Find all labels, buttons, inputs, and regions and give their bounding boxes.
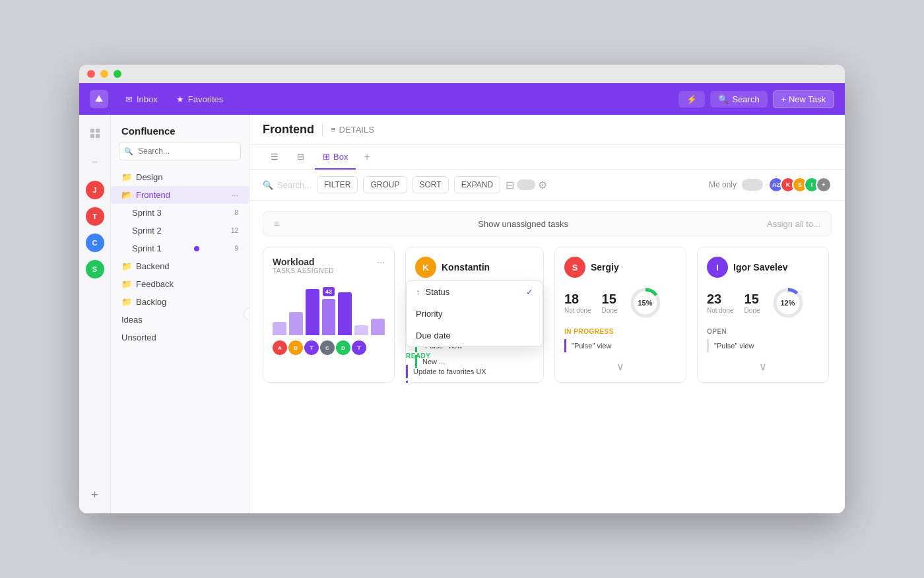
workload-avatar-1[interactable]: A <box>273 340 287 355</box>
sidebar-item-sprint1-label: Sprint 1 <box>132 243 162 253</box>
sort-status-label: Status <box>426 287 450 297</box>
sidebar-item-sprint3-label: Sprint 3 <box>132 208 162 218</box>
task-update-favorites[interactable]: Update to favorites UX <box>406 365 543 378</box>
sidebar-search-input[interactable] <box>119 142 241 160</box>
workload-avatar-5[interactable]: D <box>336 340 350 355</box>
minimize-button[interactable] <box>100 70 108 78</box>
bar-col-4: 43 <box>322 299 336 335</box>
konstantin-name: Konstantin <box>442 262 490 273</box>
sidebar-item-frontend[interactable]: 📂 Frontend ··· <box>111 186 249 204</box>
sidebar-item-feedback-label: Feedback <box>136 279 174 289</box>
sidebar-item-sprint2-label: Sprint 2 <box>132 226 162 236</box>
workload-avatar-4[interactable]: C <box>320 340 335 355</box>
toolbar-search: 🔍 Search... <box>263 180 312 190</box>
sort-option-priority[interactable]: Priority <box>407 303 543 325</box>
collapse-icon-item[interactable]: − <box>84 152 106 173</box>
sort-button[interactable]: SORT <box>412 176 449 193</box>
search-icon: 🔍 <box>718 94 729 104</box>
view-tabs: ☰ ⊟ ⊞ Box + <box>249 145 845 170</box>
sort-priority-label: Priority <box>416 309 442 319</box>
sidebar-item-backlog[interactable]: 📁 Backlog <box>111 293 249 311</box>
sidebar-title: Confluence <box>111 115 249 142</box>
sidebar-item-sprint3[interactable]: Sprint 3 8 <box>111 204 249 222</box>
person-card-konstantin: K Konstantin 23 Not done 6 Done <box>405 247 544 383</box>
filter-button[interactable]: FILTER <box>317 176 358 193</box>
sidebar-item-backlog-label: Backlog <box>136 297 166 307</box>
sidebar-item-unsorted[interactable]: Unsorted <box>111 329 249 346</box>
maximize-button[interactable] <box>114 70 121 78</box>
sort-option-status[interactable]: ↑ Status ✓ <box>407 281 543 303</box>
main-layout: − J T C S + Confluence 🔍 📁 Design 📂 Fron… <box>79 115 845 513</box>
svg-point-0 <box>97 98 101 102</box>
sidebar-item-sprint1[interactable]: Sprint 1 9 <box>111 240 249 257</box>
me-only-toggle[interactable] <box>742 179 763 191</box>
plus-icon-item[interactable]: + <box>84 484 106 505</box>
view-toggle[interactable] <box>517 179 535 190</box>
inbox-nav-item[interactable]: ✉ Inbox <box>119 91 164 108</box>
sidebar-item-feedback[interactable]: 📁 Feedback <box>111 275 249 293</box>
sidebar-item-backend[interactable]: 📁 Backend <box>111 257 249 275</box>
user-avatar-c[interactable]: C <box>86 234 104 252</box>
group-button[interactable]: GROUP <box>363 176 407 193</box>
assignee-avatar-more[interactable]: + <box>816 177 832 193</box>
search-button[interactable]: 🔍 Search <box>710 91 767 108</box>
person-card-sergiy: S Sergiy 18 Not done 15 Done <box>554 247 686 383</box>
igor-done: 15 Done <box>744 292 760 314</box>
workload-avatar-6[interactable]: T <box>352 340 366 355</box>
close-button[interactable] <box>87 70 95 78</box>
tab-board[interactable]: ⊟ <box>289 145 312 170</box>
igor-task-1[interactable]: "Pulse" view <box>707 339 819 352</box>
sidebar-item-frontend-label: Frontend <box>136 190 170 200</box>
tab-list[interactable]: ☰ <box>263 145 286 170</box>
user-avatar-s[interactable]: S <box>86 260 104 278</box>
top-navigation: ✉ Inbox ★ Favorites ⚡ 🔍 Search + New Tas… <box>79 83 845 115</box>
bar-7 <box>371 319 385 335</box>
sort-status-check: ✓ <box>526 287 533 297</box>
sidebar-item-design[interactable]: 📁 Design <box>111 168 249 186</box>
toolbar: 🔍 Search... FILTER GROUP SORT EXPAND ⊟ ⚙… <box>249 170 845 201</box>
sidebar-item-sprint2[interactable]: Sprint 2 12 <box>111 222 249 240</box>
sort-up-icon: ↑ <box>416 287 420 297</box>
bar-6 <box>354 325 368 335</box>
app-window: ✉ Inbox ★ Favorites ⚡ 🔍 Search + New Tas… <box>79 65 845 513</box>
expand-button[interactable]: EXPAND <box>454 176 500 193</box>
tab-box[interactable]: ⊞ Box <box>315 145 356 170</box>
add-view-button[interactable]: + <box>358 146 375 168</box>
bar-col-2 <box>289 312 303 335</box>
details-button[interactable]: ≡ DETAILS <box>331 125 374 135</box>
sort-dropdown: ↑ Status ✓ Priority Due date <box>406 280 543 347</box>
workload-avatar-2[interactable]: B <box>288 340 303 355</box>
favorites-nav-item[interactable]: ★ Favorites <box>170 91 230 108</box>
igor-stats: 23 Not done 15 Done <box>707 286 819 320</box>
svg-rect-1 <box>90 129 94 133</box>
sergiy-expand[interactable]: ∨ <box>564 355 676 373</box>
workload-more-button[interactable]: ··· <box>377 257 385 267</box>
sergiy-task-1[interactable]: "Pulse" view <box>564 339 676 352</box>
person-card-igor: I Igor Savelev 23 Not done 15 Done <box>697 247 829 383</box>
sergiy-stats: 18 Not done 15 Done <box>564 286 676 320</box>
more-options-button[interactable]: ··· <box>232 191 238 200</box>
assign-all-button[interactable]: Assign all to... <box>767 219 820 229</box>
task-global-order[interactable]: Feature: Global order <box>406 381 543 383</box>
bar-3 <box>306 289 319 335</box>
user-avatar-t[interactable]: T <box>86 207 104 226</box>
grid-icon-item[interactable] <box>84 123 106 144</box>
new-task-button[interactable]: + New Task <box>773 90 834 108</box>
toolbar-right: Me only AZ K S I + <box>709 177 832 193</box>
igor-expand[interactable]: ∨ <box>707 355 819 373</box>
sort-duedate-label: Due date <box>416 331 451 340</box>
unassigned-tasks-bar: ≡ Show unassigned tasks Assign all to... <box>263 211 832 236</box>
sidebar-item-unsorted-label: Unsorted <box>121 333 156 342</box>
bar-col-3 <box>306 289 319 335</box>
lightning-button[interactable]: ⚡ <box>678 91 705 108</box>
icon-sidebar: − J T C S + <box>79 115 111 513</box>
app-logo[interactable] <box>90 90 108 108</box>
sidebar-item-ideas[interactable]: Ideas <box>111 311 249 329</box>
workload-avatar-3[interactable]: T <box>304 340 319 355</box>
gear-icon[interactable]: ⚙ <box>538 179 547 191</box>
user-avatar-j[interactable]: J <box>86 181 104 199</box>
menu-icon: ≡ <box>274 218 279 229</box>
bar-col-6 <box>354 325 368 335</box>
sort-option-duedate[interactable]: Due date <box>407 325 543 346</box>
header-divider <box>322 123 323 137</box>
